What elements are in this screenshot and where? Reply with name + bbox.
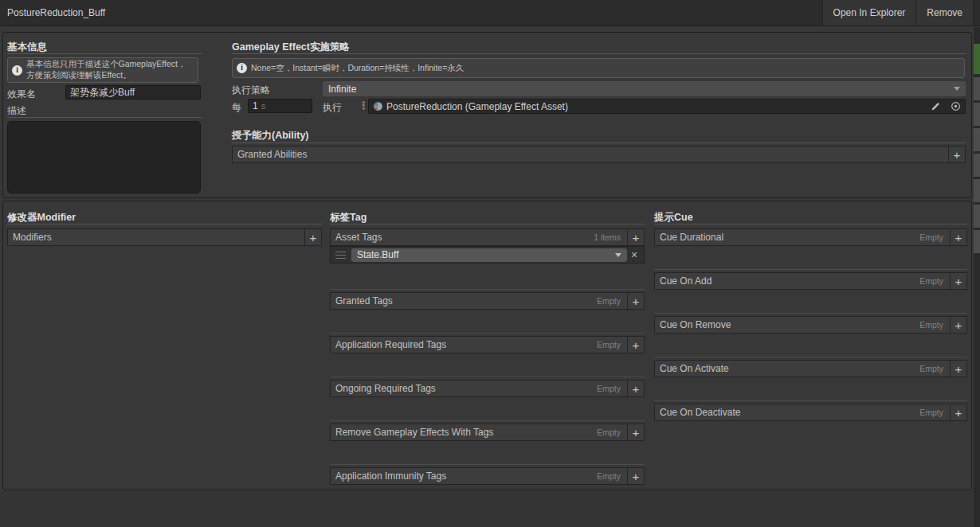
- title-bar: PostureReduction_Buff Open In Explorer R…: [0, 0, 980, 26]
- add-cue-durational-button[interactable]: +: [950, 229, 966, 245]
- granted-abilities-list-header: Granted Abilities +: [232, 146, 966, 163]
- list-label: Remove Gameplay Effects With Tags: [331, 427, 597, 438]
- application-required-tags-list-header: Application Required Tags Empty +: [330, 336, 645, 353]
- strip-segment: [974, 128, 980, 151]
- exec-label: 执行: [323, 101, 342, 115]
- list-label: Granted Tags: [331, 295, 597, 306]
- strip-segment: [974, 179, 980, 202]
- plus-icon: +: [633, 470, 640, 482]
- drag-handle-icon[interactable]: [335, 252, 346, 259]
- add-cue-on-deactivate-button[interactable]: +: [950, 404, 966, 420]
- strip-green-segment: [974, 44, 980, 74]
- divider: [330, 420, 645, 421]
- strip-segment: [974, 230, 980, 253]
- add-cue-on-activate-button[interactable]: +: [950, 361, 966, 377]
- list-count-badge: Empty: [919, 320, 943, 330]
- chevron-down-icon: [954, 87, 960, 91]
- plus-icon: +: [955, 363, 962, 375]
- exec-policy-dropdown[interactable]: Infinite: [323, 81, 966, 96]
- period-label: 每: [232, 101, 241, 115]
- add-ongoing-required-tag-button[interactable]: +: [627, 381, 644, 396]
- cue-on-deactivate-list-header: Cue On Deactivate Empty +: [654, 404, 967, 421]
- modifier-tag-cue-panel: 修改器Modifier Modifiers + 标签Tag Asset Tags…: [2, 201, 972, 490]
- divider: [330, 224, 645, 224]
- remove-button[interactable]: Remove: [915, 0, 974, 25]
- divider: [7, 117, 202, 118]
- add-remove-effects-tag-button[interactable]: +: [627, 424, 644, 440]
- asset-tags-list-header: Asset Tags 1 items +: [330, 228, 645, 246]
- add-granted-tag-button[interactable]: +: [627, 293, 644, 309]
- ongoing-required-tags-list-header: Ongoing Required Tags Empty +: [330, 380, 645, 397]
- plus-icon: +: [633, 232, 640, 244]
- basic-info-header: 基本信息: [7, 41, 47, 54]
- plus-icon: +: [954, 149, 961, 161]
- list-count-badge: Empty: [597, 340, 621, 349]
- plus-icon: +: [955, 319, 962, 331]
- strip-segment: [974, 103, 980, 126]
- list-label: Cue On Remove: [655, 319, 919, 330]
- ability-header: 授予能力(Ability): [232, 129, 309, 142]
- list-label: Modifiers: [8, 232, 304, 243]
- open-in-explorer-button[interactable]: Open In Explorer: [822, 0, 916, 25]
- list-count-badge: Empty: [597, 427, 621, 437]
- add-application-immunity-tag-button[interactable]: +: [627, 468, 644, 484]
- plus-icon: +: [955, 232, 962, 244]
- close-icon: ✕: [630, 250, 637, 260]
- cue-on-activate-list-header: Cue On Activate Empty +: [654, 360, 967, 377]
- divider: [330, 377, 645, 377]
- strip-segment: [974, 77, 980, 100]
- add-granted-ability-button[interactable]: +: [948, 146, 965, 162]
- info-icon: i: [12, 65, 22, 76]
- add-application-required-tag-button[interactable]: +: [627, 337, 644, 353]
- list-label: Asset Tags: [331, 232, 594, 243]
- add-cue-on-remove-button[interactable]: +: [950, 317, 966, 333]
- description-textarea[interactable]: [7, 121, 201, 193]
- list-count-badge: Empty: [597, 296, 621, 306]
- list-count-badge: Empty: [597, 384, 621, 393]
- period-input[interactable]: 1 s: [248, 99, 312, 113]
- plus-icon: +: [633, 295, 640, 307]
- strip-segment: [974, 205, 980, 228]
- divider: [232, 142, 966, 143]
- cue-on-add-list-header: Cue On Add Empty +: [654, 272, 967, 290]
- list-count-badge: 1 items: [594, 232, 621, 242]
- granted-tags-list-header: Granted Tags Empty +: [330, 292, 645, 310]
- pencil-icon[interactable]: [931, 101, 941, 111]
- effect-name-value: 架势条减少Buff: [70, 86, 135, 100]
- list-label: Ongoing Required Tags: [331, 383, 597, 394]
- cue-header: 提示Cue: [654, 211, 693, 224]
- list-label: Cue On Deactivate: [655, 407, 919, 418]
- add-modifier-button[interactable]: +: [304, 229, 321, 245]
- info-icon: i: [237, 63, 247, 73]
- asset-tag-dropdown[interactable]: State.Buff: [351, 248, 627, 262]
- divider: [654, 357, 967, 357]
- list-label: Cue On Add: [655, 275, 919, 287]
- divider: [330, 464, 645, 465]
- gameplay-effect-editor: { "title_bar": { "title": "PostureReduct…: [0, 0, 980, 527]
- divider: [7, 53, 202, 54]
- period-value: 1: [253, 100, 258, 111]
- period-unit: s: [261, 101, 265, 111]
- effect-config-panel: 基本信息 i 基本信息只用于描述这个GameplayEffect，方便策划阅读理…: [2, 32, 972, 198]
- list-count-badge: Empty: [919, 276, 943, 286]
- add-asset-tag-button[interactable]: +: [627, 229, 644, 245]
- add-cue-on-add-button[interactable]: +: [950, 273, 966, 289]
- plus-icon: +: [955, 407, 962, 419]
- description-label: 描述: [7, 104, 26, 118]
- divider: [7, 224, 322, 224]
- list-label: Application Immunity Tags: [331, 470, 597, 482]
- exec-policy-label: 执行策略: [232, 84, 270, 97]
- exec-asset-object-field[interactable]: PostureReduction (Gameplay Effect Asset): [368, 99, 966, 114]
- application-immunity-tags-list-header: Application Immunity Tags Empty +: [330, 467, 645, 485]
- list-label: Cue On Activate: [655, 363, 919, 374]
- object-picker-icon[interactable]: [951, 101, 961, 111]
- remove-tag-button[interactable]: ✕: [627, 250, 641, 260]
- right-edge-panel-sliver[interactable]: [974, 27, 980, 527]
- plus-icon: +: [633, 427, 640, 439]
- modifiers-list-header: Modifiers +: [7, 228, 322, 246]
- list-label: Granted Abilities: [233, 149, 948, 160]
- cue-durational-list-header: Cue Durational Empty +: [654, 228, 967, 246]
- cue-on-remove-list-header: Cue On Remove Empty +: [654, 316, 967, 334]
- divider: [232, 53, 966, 54]
- effect-name-input[interactable]: 架势条减少Buff: [65, 85, 201, 100]
